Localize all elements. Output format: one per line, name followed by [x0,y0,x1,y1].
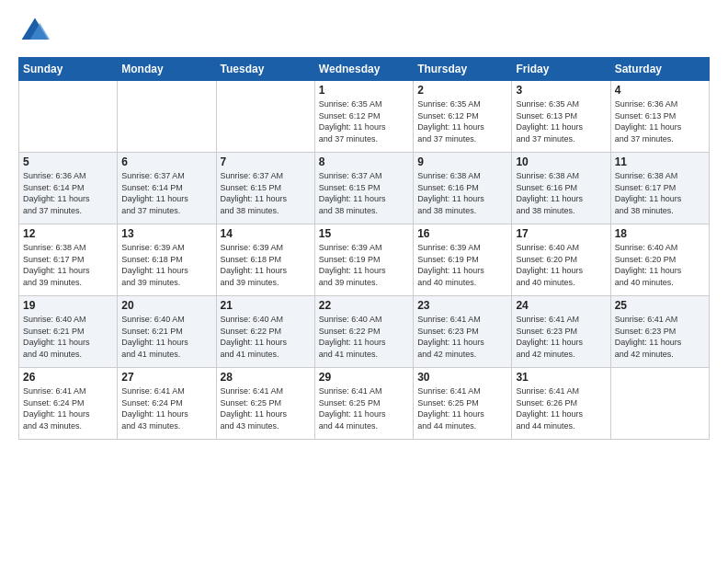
calendar-cell: 25Sunrise: 6:41 AM Sunset: 6:23 PM Dayli… [610,296,709,368]
calendar-cell: 18Sunrise: 6:40 AM Sunset: 6:20 PM Dayli… [610,224,709,296]
day-info: Sunrise: 6:38 AM Sunset: 6:17 PM Dayligh… [23,242,113,288]
day-number: 22 [319,299,409,312]
day-number: 4 [615,84,705,97]
day-number: 5 [23,155,113,168]
day-number: 14 [221,227,311,240]
day-info: Sunrise: 6:41 AM Sunset: 6:25 PM Dayligh… [319,385,409,431]
calendar-cell: 30Sunrise: 6:41 AM Sunset: 6:25 PM Dayli… [414,368,512,440]
calendar-cell: 8Sunrise: 6:37 AM Sunset: 6:15 PM Daylig… [314,153,413,224]
day-number: 10 [516,155,606,168]
calendar-header-row: SundayMondayTuesdayWednesdayThursdayFrid… [19,58,710,81]
calendar-cell: 19Sunrise: 6:40 AM Sunset: 6:21 PM Dayli… [19,296,118,368]
day-info: Sunrise: 6:39 AM Sunset: 6:19 PM Dayligh… [417,242,507,288]
day-number: 21 [221,299,311,312]
logo [18,15,55,48]
day-number: 8 [319,155,409,168]
calendar-cell: 15Sunrise: 6:39 AM Sunset: 6:19 PM Dayli… [314,224,413,296]
day-info: Sunrise: 6:36 AM Sunset: 6:14 PM Dayligh… [23,170,113,216]
col-header-friday: Friday [512,58,610,81]
day-info: Sunrise: 6:37 AM Sunset: 6:14 PM Dayligh… [121,170,211,216]
calendar-cell: 23Sunrise: 6:41 AM Sunset: 6:23 PM Dayli… [414,296,512,368]
day-number: 29 [319,371,409,384]
day-info: Sunrise: 6:41 AM Sunset: 6:24 PM Dayligh… [23,385,113,431]
day-number: 7 [221,155,311,168]
calendar-cell [19,81,118,153]
day-number: 19 [23,299,113,312]
day-number: 13 [121,227,211,240]
page: SundayMondayTuesdayWednesdayThursdayFrid… [0,0,728,563]
day-number: 20 [121,299,211,312]
day-info: Sunrise: 6:35 AM Sunset: 6:12 PM Dayligh… [417,98,507,144]
day-info: Sunrise: 6:37 AM Sunset: 6:15 PM Dayligh… [221,170,311,216]
day-info: Sunrise: 6:40 AM Sunset: 6:20 PM Dayligh… [516,242,606,288]
day-number: 3 [516,84,606,97]
col-header-sunday: Sunday [19,58,118,81]
day-info: Sunrise: 6:40 AM Sunset: 6:21 PM Dayligh… [121,314,211,360]
day-number: 30 [417,371,507,384]
calendar-cell: 16Sunrise: 6:39 AM Sunset: 6:19 PM Dayli… [414,224,512,296]
calendar-cell [216,81,314,153]
day-info: Sunrise: 6:35 AM Sunset: 6:12 PM Dayligh… [319,98,409,144]
calendar-cell: 20Sunrise: 6:40 AM Sunset: 6:21 PM Dayli… [118,296,216,368]
calendar-cell [610,368,709,440]
day-info: Sunrise: 6:41 AM Sunset: 6:23 PM Dayligh… [615,314,705,360]
day-number: 6 [121,155,211,168]
col-header-saturday: Saturday [610,58,709,81]
day-info: Sunrise: 6:41 AM Sunset: 6:26 PM Dayligh… [516,385,606,431]
calendar-cell: 12Sunrise: 6:38 AM Sunset: 6:17 PM Dayli… [19,224,118,296]
col-header-tuesday: Tuesday [216,58,314,81]
calendar-cell: 6Sunrise: 6:37 AM Sunset: 6:14 PM Daylig… [118,153,216,224]
day-info: Sunrise: 6:40 AM Sunset: 6:20 PM Dayligh… [615,242,705,288]
col-header-thursday: Thursday [414,58,512,81]
calendar-cell: 11Sunrise: 6:38 AM Sunset: 6:17 PM Dayli… [610,153,709,224]
calendar-week-row: 5Sunrise: 6:36 AM Sunset: 6:14 PM Daylig… [19,153,710,224]
day-info: Sunrise: 6:39 AM Sunset: 6:19 PM Dayligh… [319,242,409,288]
calendar-cell: 2Sunrise: 6:35 AM Sunset: 6:12 PM Daylig… [414,81,512,153]
day-number: 27 [121,371,211,384]
calendar-cell: 4Sunrise: 6:36 AM Sunset: 6:13 PM Daylig… [610,81,709,153]
day-info: Sunrise: 6:38 AM Sunset: 6:16 PM Dayligh… [417,170,507,216]
calendar-cell: 24Sunrise: 6:41 AM Sunset: 6:23 PM Dayli… [512,296,610,368]
day-info: Sunrise: 6:35 AM Sunset: 6:13 PM Dayligh… [516,98,606,144]
calendar-cell: 5Sunrise: 6:36 AM Sunset: 6:14 PM Daylig… [19,153,118,224]
day-info: Sunrise: 6:37 AM Sunset: 6:15 PM Dayligh… [319,170,409,216]
day-number: 9 [417,155,507,168]
day-number: 24 [516,299,606,312]
day-info: Sunrise: 6:36 AM Sunset: 6:13 PM Dayligh… [615,98,705,144]
calendar-cell [118,81,216,153]
day-info: Sunrise: 6:40 AM Sunset: 6:21 PM Dayligh… [23,314,113,360]
day-number: 18 [615,227,705,240]
calendar-week-row: 1Sunrise: 6:35 AM Sunset: 6:12 PM Daylig… [19,81,710,153]
day-info: Sunrise: 6:41 AM Sunset: 6:23 PM Dayligh… [417,314,507,360]
day-info: Sunrise: 6:41 AM Sunset: 6:25 PM Dayligh… [417,385,507,431]
day-number: 12 [23,227,113,240]
header [18,15,710,48]
calendar-week-row: 19Sunrise: 6:40 AM Sunset: 6:21 PM Dayli… [19,296,710,368]
day-info: Sunrise: 6:40 AM Sunset: 6:22 PM Dayligh… [221,314,311,360]
day-number: 28 [221,371,311,384]
col-header-wednesday: Wednesday [314,58,413,81]
day-info: Sunrise: 6:39 AM Sunset: 6:18 PM Dayligh… [121,242,211,288]
calendar-cell: 21Sunrise: 6:40 AM Sunset: 6:22 PM Dayli… [216,296,314,368]
day-info: Sunrise: 6:38 AM Sunset: 6:17 PM Dayligh… [615,170,705,216]
day-number: 23 [417,299,507,312]
calendar-cell: 7Sunrise: 6:37 AM Sunset: 6:15 PM Daylig… [216,153,314,224]
col-header-monday: Monday [118,58,216,81]
calendar-cell: 27Sunrise: 6:41 AM Sunset: 6:24 PM Dayli… [118,368,216,440]
calendar-cell: 1Sunrise: 6:35 AM Sunset: 6:12 PM Daylig… [314,81,413,153]
calendar-week-row: 12Sunrise: 6:38 AM Sunset: 6:17 PM Dayli… [19,224,710,296]
day-number: 11 [615,155,705,168]
day-number: 15 [319,227,409,240]
calendar-cell: 22Sunrise: 6:40 AM Sunset: 6:22 PM Dayli… [314,296,413,368]
calendar-week-row: 26Sunrise: 6:41 AM Sunset: 6:24 PM Dayli… [19,368,710,440]
calendar-cell: 14Sunrise: 6:39 AM Sunset: 6:18 PM Dayli… [216,224,314,296]
day-number: 26 [23,371,113,384]
calendar-cell: 26Sunrise: 6:41 AM Sunset: 6:24 PM Dayli… [19,368,118,440]
day-info: Sunrise: 6:41 AM Sunset: 6:24 PM Dayligh… [121,385,211,431]
logo-icon [18,15,51,48]
day-info: Sunrise: 6:41 AM Sunset: 6:25 PM Dayligh… [221,385,311,431]
calendar-cell: 13Sunrise: 6:39 AM Sunset: 6:18 PM Dayli… [118,224,216,296]
calendar-cell: 3Sunrise: 6:35 AM Sunset: 6:13 PM Daylig… [512,81,610,153]
day-info: Sunrise: 6:41 AM Sunset: 6:23 PM Dayligh… [516,314,606,360]
day-number: 25 [615,299,705,312]
